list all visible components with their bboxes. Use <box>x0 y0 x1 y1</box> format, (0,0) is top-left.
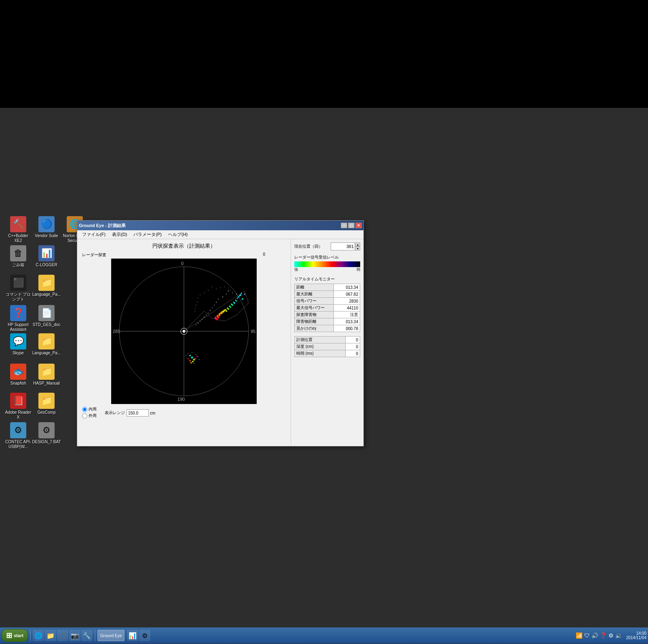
desktop-icon-label: Adobe Reader X <box>4 410 32 420</box>
svg-point-46 <box>214 305 215 305</box>
menu-view[interactable]: 表示(D) <box>109 231 130 238</box>
svg-point-65 <box>188 353 188 354</box>
maximize-button[interactable]: □ <box>348 223 355 228</box>
svg-point-42 <box>226 294 227 295</box>
taskbar-app-button[interactable]: Ground Eye <box>97 630 125 641</box>
desktop-icon[interactable]: 📁Language_Pa... <box>32 333 61 356</box>
desktop-icon[interactable]: 📁Language_Pa... <box>32 275 61 297</box>
rt-value: 44110 <box>334 305 360 311</box>
svg-point-80 <box>204 293 205 293</box>
taskbar-extra2-icon[interactable]: ⚙ <box>139 630 150 641</box>
spin-up[interactable]: ▲ <box>355 242 360 246</box>
desktop-icon-label: GesComp <box>37 410 55 415</box>
measure-section: 計測位置0深度 (cm)0時間 (ms)0 <box>294 336 360 357</box>
svg-point-63 <box>194 358 196 360</box>
desktop-icon-image: 📁 <box>38 364 55 380</box>
menu-help[interactable]: ヘルプ(H) <box>165 231 191 238</box>
svg-point-85 <box>195 308 196 309</box>
tray-help-icon[interactable]: ❓ <box>600 632 607 639</box>
taskbar-photo-icon[interactable]: 📷 <box>69 630 80 641</box>
svg-point-73 <box>212 286 213 287</box>
svg-point-54 <box>198 323 198 324</box>
desktop-icon[interactable]: ⬛コマンド プロンプト <box>4 275 32 302</box>
svg-point-81 <box>200 295 201 295</box>
svg-point-77 <box>228 288 229 288</box>
tray-settings-icon[interactable]: ⚙ <box>608 632 614 639</box>
svg-point-31 <box>229 305 230 307</box>
svg-point-32 <box>227 307 228 309</box>
desktop-icon[interactable]: 📁HASP_Manual <box>32 364 61 386</box>
inner-radio[interactable] <box>82 407 87 412</box>
taskbar-extra-icon[interactable]: 📊 <box>127 630 138 641</box>
desktop-icon-image: 🐟 <box>10 364 26 380</box>
desktop-icon[interactable]: ⚙DESIGN_7.BAT <box>32 422 61 444</box>
desktop-icon[interactable]: 📁GesComp <box>32 393 61 415</box>
tray-volume-icon[interactable]: 🔊 <box>591 632 598 639</box>
chart-area: 円状探査表示（計測結果） レーダー探査 0 <box>77 239 291 446</box>
desktop-icon[interactable]: 📕Adobe Reader X <box>4 393 32 420</box>
outer-radio[interactable] <box>82 413 87 419</box>
svg-point-78 <box>230 290 231 290</box>
desktop-icon[interactable]: 🔨C++Builder XE2 <box>4 216 32 243</box>
color-bar-label: レーダー信号受信レベル <box>294 255 360 260</box>
svg-point-29 <box>233 302 234 303</box>
desktop-icon-image: ⚙ <box>10 422 26 438</box>
desktop-icon[interactable]: ❓HP Support Assistant <box>4 305 32 332</box>
taskbar-explorer-icon[interactable]: 📁 <box>45 630 56 641</box>
svg-point-50 <box>206 315 207 316</box>
range-input[interactable] <box>127 409 149 417</box>
tray-speaker-icon[interactable]: 🔉 <box>615 632 622 639</box>
svg-point-64 <box>196 356 198 357</box>
svg-point-52 <box>202 319 203 320</box>
desktop-icon-image: ❓ <box>10 305 26 321</box>
desktop-icon[interactable]: 💬Skype <box>4 333 32 356</box>
spin-down[interactable]: ▼ <box>355 246 360 250</box>
desktop-icon-image: 📕 <box>10 393 26 409</box>
svg-point-37 <box>217 315 219 317</box>
realtime-section: リアルタイムモニター 距離013.34最大距離067.82信号パワー2830最大… <box>294 276 360 332</box>
desktop-icon-image: 📁 <box>38 333 55 349</box>
realtime-row: 見かけのεγ000.78 <box>295 325 360 332</box>
tray-network-icon[interactable]: 📶 <box>576 632 583 639</box>
taskbar-tools-icon[interactable]: 🔧 <box>81 630 93 641</box>
clock-date: 2014/11/04 <box>626 636 646 640</box>
desktop-icon-image: ⚙ <box>38 422 55 438</box>
desktop-icon[interactable]: 📊C-LOGGER <box>32 245 61 267</box>
taskbar-ie-icon[interactable]: 🌐 <box>33 630 44 641</box>
color-bar-scale: 強 弱 <box>294 267 360 272</box>
inner-radio-label[interactable]: 内周 <box>82 406 97 412</box>
desktop-icon[interactable]: 📄STD_GES_doc <box>32 305 61 327</box>
minimize-button[interactable]: ─ <box>341 223 347 228</box>
rt-label: 障害物距離 <box>295 318 334 325</box>
svg-point-45 <box>216 302 217 303</box>
realtime-row: 距離013.34 <box>295 284 360 291</box>
position-input[interactable] <box>331 242 355 250</box>
start-button[interactable]: ⊞ start <box>2 629 28 642</box>
measure-label: 時間 (ms) <box>295 350 346 357</box>
position-label: 現在位置（回） <box>294 244 331 249</box>
desktop-icon-label: HASP_Manual <box>33 381 60 386</box>
desktop-icon[interactable]: ⚙CONTEC API-USBP(W... <box>4 422 32 449</box>
rt-label: 信号パワー <box>295 298 334 305</box>
taskbar-media-icon[interactable]: 🎵 <box>57 630 68 641</box>
desktop-icon[interactable]: 🔵Vendor Suite <box>32 216 61 238</box>
svg-point-66 <box>192 352 192 353</box>
rt-label: 最大距離 <box>295 291 334 298</box>
svg-point-36 <box>219 314 221 316</box>
close-button[interactable]: ✕ <box>355 223 362 228</box>
desktop-icon[interactable]: 🐟Snapfish <box>4 364 32 386</box>
svg-point-47 <box>212 307 213 308</box>
spin-buttons: ▲ ▼ <box>355 242 360 250</box>
rt-value: 2830 <box>334 298 360 305</box>
svg-point-59 <box>192 361 194 362</box>
svg-point-44 <box>218 299 219 299</box>
menu-param[interactable]: パラメータ(P) <box>130 231 165 238</box>
svg-point-72 <box>194 363 194 364</box>
desktop-icon-label: ごみ箱 <box>12 263 24 267</box>
outer-radio-label[interactable]: 外周 <box>82 413 97 419</box>
desktop-icon[interactable]: 🗑ごみ箱 <box>4 245 32 267</box>
clock: 14:00 2014/11/04 <box>626 631 646 640</box>
menu-file[interactable]: ファイル(F) <box>79 231 109 238</box>
rt-value: 注意 <box>334 311 360 318</box>
tray-security-icon[interactable]: 🛡 <box>584 632 590 639</box>
